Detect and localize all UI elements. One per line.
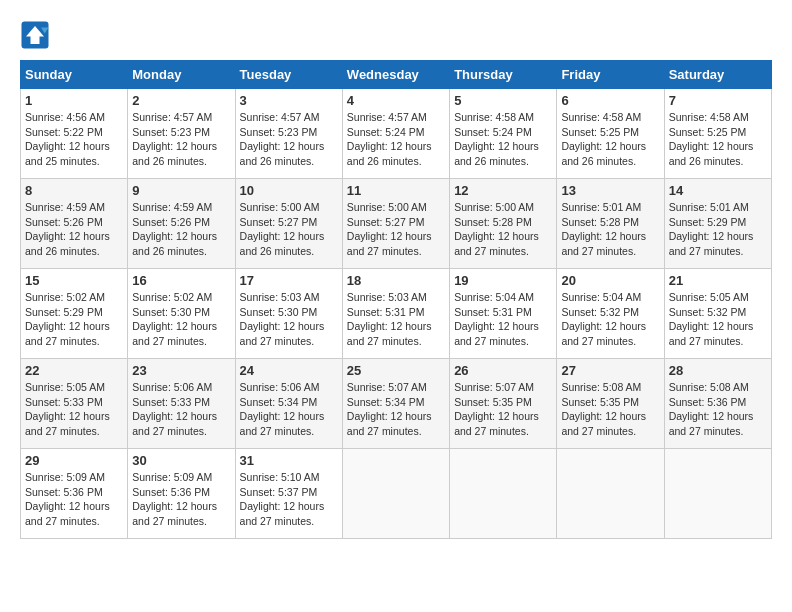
day-info: Sunrise: 5:04 AMSunset: 5:31 PMDaylight:…	[454, 290, 552, 349]
header-cell-monday: Monday	[128, 61, 235, 89]
day-number: 11	[347, 183, 445, 198]
day-number: 29	[25, 453, 123, 468]
day-number: 31	[240, 453, 338, 468]
header-cell-tuesday: Tuesday	[235, 61, 342, 89]
day-number: 15	[25, 273, 123, 288]
week-row-5: 29Sunrise: 5:09 AMSunset: 5:36 PMDayligh…	[21, 449, 772, 539]
day-info: Sunrise: 5:02 AMSunset: 5:30 PMDaylight:…	[132, 290, 230, 349]
day-cell: 24Sunrise: 5:06 AMSunset: 5:34 PMDayligh…	[235, 359, 342, 449]
day-cell	[664, 449, 771, 539]
day-cell	[557, 449, 664, 539]
day-info: Sunrise: 4:57 AMSunset: 5:24 PMDaylight:…	[347, 110, 445, 169]
day-info: Sunrise: 5:03 AMSunset: 5:30 PMDaylight:…	[240, 290, 338, 349]
day-number: 24	[240, 363, 338, 378]
day-number: 22	[25, 363, 123, 378]
day-cell: 29Sunrise: 5:09 AMSunset: 5:36 PMDayligh…	[21, 449, 128, 539]
day-number: 30	[132, 453, 230, 468]
day-cell: 31Sunrise: 5:10 AMSunset: 5:37 PMDayligh…	[235, 449, 342, 539]
day-cell	[450, 449, 557, 539]
day-cell: 16Sunrise: 5:02 AMSunset: 5:30 PMDayligh…	[128, 269, 235, 359]
day-number: 2	[132, 93, 230, 108]
day-number: 13	[561, 183, 659, 198]
day-number: 12	[454, 183, 552, 198]
day-info: Sunrise: 5:07 AMSunset: 5:34 PMDaylight:…	[347, 380, 445, 439]
day-info: Sunrise: 5:04 AMSunset: 5:32 PMDaylight:…	[561, 290, 659, 349]
logo	[20, 20, 54, 50]
day-info: Sunrise: 5:00 AMSunset: 5:27 PMDaylight:…	[347, 200, 445, 259]
day-info: Sunrise: 4:57 AMSunset: 5:23 PMDaylight:…	[240, 110, 338, 169]
day-number: 17	[240, 273, 338, 288]
header	[20, 20, 772, 50]
day-cell: 5Sunrise: 4:58 AMSunset: 5:24 PMDaylight…	[450, 89, 557, 179]
day-info: Sunrise: 5:05 AMSunset: 5:32 PMDaylight:…	[669, 290, 767, 349]
header-cell-sunday: Sunday	[21, 61, 128, 89]
day-info: Sunrise: 4:59 AMSunset: 5:26 PMDaylight:…	[132, 200, 230, 259]
day-number: 23	[132, 363, 230, 378]
day-number: 10	[240, 183, 338, 198]
day-info: Sunrise: 5:01 AMSunset: 5:29 PMDaylight:…	[669, 200, 767, 259]
day-info: Sunrise: 4:58 AMSunset: 5:25 PMDaylight:…	[669, 110, 767, 169]
day-number: 18	[347, 273, 445, 288]
day-info: Sunrise: 5:02 AMSunset: 5:29 PMDaylight:…	[25, 290, 123, 349]
day-number: 6	[561, 93, 659, 108]
day-number: 26	[454, 363, 552, 378]
day-info: Sunrise: 5:06 AMSunset: 5:33 PMDaylight:…	[132, 380, 230, 439]
week-row-3: 15Sunrise: 5:02 AMSunset: 5:29 PMDayligh…	[21, 269, 772, 359]
day-cell: 20Sunrise: 5:04 AMSunset: 5:32 PMDayligh…	[557, 269, 664, 359]
day-number: 21	[669, 273, 767, 288]
day-info: Sunrise: 4:58 AMSunset: 5:25 PMDaylight:…	[561, 110, 659, 169]
day-info: Sunrise: 5:07 AMSunset: 5:35 PMDaylight:…	[454, 380, 552, 439]
day-cell: 17Sunrise: 5:03 AMSunset: 5:30 PMDayligh…	[235, 269, 342, 359]
day-cell: 22Sunrise: 5:05 AMSunset: 5:33 PMDayligh…	[21, 359, 128, 449]
day-info: Sunrise: 5:05 AMSunset: 5:33 PMDaylight:…	[25, 380, 123, 439]
day-number: 1	[25, 93, 123, 108]
day-number: 4	[347, 93, 445, 108]
week-row-1: 1Sunrise: 4:56 AMSunset: 5:22 PMDaylight…	[21, 89, 772, 179]
calendar-body: 1Sunrise: 4:56 AMSunset: 5:22 PMDaylight…	[21, 89, 772, 539]
day-cell: 14Sunrise: 5:01 AMSunset: 5:29 PMDayligh…	[664, 179, 771, 269]
logo-icon	[20, 20, 50, 50]
header-cell-wednesday: Wednesday	[342, 61, 449, 89]
day-cell: 9Sunrise: 4:59 AMSunset: 5:26 PMDaylight…	[128, 179, 235, 269]
day-number: 28	[669, 363, 767, 378]
day-cell: 8Sunrise: 4:59 AMSunset: 5:26 PMDaylight…	[21, 179, 128, 269]
day-number: 27	[561, 363, 659, 378]
day-number: 9	[132, 183, 230, 198]
day-cell: 15Sunrise: 5:02 AMSunset: 5:29 PMDayligh…	[21, 269, 128, 359]
day-info: Sunrise: 5:00 AMSunset: 5:27 PMDaylight:…	[240, 200, 338, 259]
week-row-2: 8Sunrise: 4:59 AMSunset: 5:26 PMDaylight…	[21, 179, 772, 269]
day-cell: 18Sunrise: 5:03 AMSunset: 5:31 PMDayligh…	[342, 269, 449, 359]
day-cell: 28Sunrise: 5:08 AMSunset: 5:36 PMDayligh…	[664, 359, 771, 449]
calendar-header: SundayMondayTuesdayWednesdayThursdayFrid…	[21, 61, 772, 89]
day-cell: 13Sunrise: 5:01 AMSunset: 5:28 PMDayligh…	[557, 179, 664, 269]
day-info: Sunrise: 5:06 AMSunset: 5:34 PMDaylight:…	[240, 380, 338, 439]
day-info: Sunrise: 5:03 AMSunset: 5:31 PMDaylight:…	[347, 290, 445, 349]
day-info: Sunrise: 5:10 AMSunset: 5:37 PMDaylight:…	[240, 470, 338, 529]
day-cell: 21Sunrise: 5:05 AMSunset: 5:32 PMDayligh…	[664, 269, 771, 359]
day-cell: 26Sunrise: 5:07 AMSunset: 5:35 PMDayligh…	[450, 359, 557, 449]
day-number: 7	[669, 93, 767, 108]
day-cell: 23Sunrise: 5:06 AMSunset: 5:33 PMDayligh…	[128, 359, 235, 449]
day-number: 20	[561, 273, 659, 288]
day-info: Sunrise: 5:01 AMSunset: 5:28 PMDaylight:…	[561, 200, 659, 259]
day-number: 14	[669, 183, 767, 198]
day-info: Sunrise: 5:09 AMSunset: 5:36 PMDaylight:…	[25, 470, 123, 529]
day-cell	[342, 449, 449, 539]
day-info: Sunrise: 4:57 AMSunset: 5:23 PMDaylight:…	[132, 110, 230, 169]
day-cell: 2Sunrise: 4:57 AMSunset: 5:23 PMDaylight…	[128, 89, 235, 179]
day-info: Sunrise: 5:08 AMSunset: 5:36 PMDaylight:…	[669, 380, 767, 439]
day-cell: 11Sunrise: 5:00 AMSunset: 5:27 PMDayligh…	[342, 179, 449, 269]
header-cell-thursday: Thursday	[450, 61, 557, 89]
day-info: Sunrise: 5:00 AMSunset: 5:28 PMDaylight:…	[454, 200, 552, 259]
day-cell: 7Sunrise: 4:58 AMSunset: 5:25 PMDaylight…	[664, 89, 771, 179]
header-row: SundayMondayTuesdayWednesdayThursdayFrid…	[21, 61, 772, 89]
day-number: 25	[347, 363, 445, 378]
day-cell: 19Sunrise: 5:04 AMSunset: 5:31 PMDayligh…	[450, 269, 557, 359]
day-cell: 3Sunrise: 4:57 AMSunset: 5:23 PMDaylight…	[235, 89, 342, 179]
day-info: Sunrise: 5:08 AMSunset: 5:35 PMDaylight:…	[561, 380, 659, 439]
day-cell: 4Sunrise: 4:57 AMSunset: 5:24 PMDaylight…	[342, 89, 449, 179]
day-number: 8	[25, 183, 123, 198]
day-info: Sunrise: 4:56 AMSunset: 5:22 PMDaylight:…	[25, 110, 123, 169]
day-cell: 25Sunrise: 5:07 AMSunset: 5:34 PMDayligh…	[342, 359, 449, 449]
day-info: Sunrise: 4:58 AMSunset: 5:24 PMDaylight:…	[454, 110, 552, 169]
